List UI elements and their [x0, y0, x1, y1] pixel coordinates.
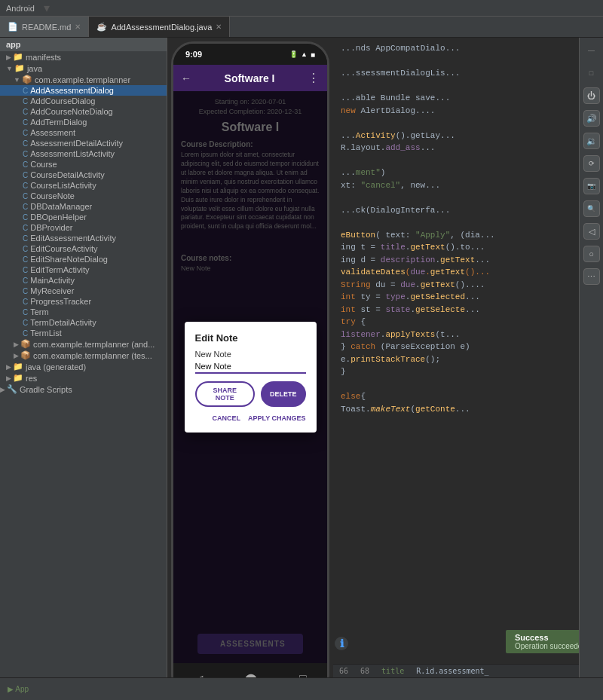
sidebar-label: DBDataManager [30, 202, 92, 211]
emulator-zoom-button[interactable]: 🔍 [583, 200, 600, 217]
sidebar-item-add-course-note[interactable]: C AddCourseNoteDialog [0, 106, 167, 117]
emulator-screenshot-button[interactable]: 📷 [583, 178, 600, 194]
sidebar-label: MyReceiver [30, 286, 74, 295]
line-68: 68 [360, 667, 369, 675]
sidebar-item-manifests-label: manifests [26, 53, 61, 62]
file-icon: C [23, 108, 28, 116]
tab-add-assessment-close[interactable]: ✕ [216, 23, 222, 31]
sidebar-item-add-term[interactable]: C AddTermDialog [0, 117, 167, 127]
sidebar-item-add-course[interactable]: C AddCourseDialog [0, 96, 167, 106]
emulator-home-button[interactable]: ○ [583, 246, 600, 262]
menu-icon[interactable]: ⋮ [308, 71, 320, 85]
file-icon: C [23, 329, 28, 338]
code-line: listener.applyTexts(t... [341, 329, 571, 341]
code-line [341, 378, 571, 391]
emulator-more-button[interactable]: ⋯ [583, 268, 600, 285]
sidebar-label: DBOpenHelper [30, 212, 87, 222]
tab-readme-close[interactable]: ✕ [75, 23, 81, 31]
sidebar-item-manifests[interactable]: ▶ 📁 manifests [0, 51, 167, 63]
sidebar-item-db-data[interactable]: C DBDataManager [0, 201, 167, 212]
code-line: xt: "cancel", new... [341, 179, 571, 192]
sidebar-item-main-activity[interactable]: C MainActivity [0, 275, 167, 286]
sidebar-item-term-detail[interactable]: C TermDetailActivity [0, 317, 167, 328]
dialog-overlay: Edit Note New Note SHARE NOTE DELETE CAN… [173, 91, 327, 663]
emulator-fullscreen-button[interactable]: □ [583, 65, 600, 81]
sidebar-item-package-test[interactable]: ▶ 📦 com.example.termplanner (tes... [0, 350, 167, 361]
file-icon: C [23, 298, 28, 306]
sidebar-label: EditCourseActivity [30, 244, 97, 253]
sidebar-label: MainActivity [30, 276, 75, 285]
back-nav-icon[interactable]: ◁ [194, 672, 203, 678]
code-line: else{ [341, 390, 571, 403]
sidebar-item-my-receiver[interactable]: C MyReceiver [0, 286, 167, 296]
back-icon[interactable]: ← [181, 72, 191, 84]
share-note-button[interactable]: SHARE NOTE [195, 381, 255, 407]
file-icon: C [23, 255, 28, 264]
code-line: ing t = title.getText().to... [341, 241, 571, 254]
sidebar-item-add-assessment-label: AddAssessmentDialog [30, 86, 114, 95]
sidebar-item-term[interactable]: C Term [0, 307, 167, 317]
sidebar-item-course-list[interactable]: C CourseListActivity [0, 180, 167, 191]
android-menu[interactable]: Android [6, 4, 35, 13]
cancel-button[interactable]: CANCEL [212, 414, 240, 422]
sidebar-item-term-list[interactable]: C TermList [0, 328, 167, 338]
sidebar-item-edit-assessment[interactable]: C EditAssessmentActivity [0, 233, 167, 243]
sidebar-label: TermList [30, 329, 62, 338]
sidebar-item-java-generated[interactable]: ▶ 📁 java (generated) [0, 361, 167, 372]
wifi-icon: ▲ [301, 50, 308, 58]
emulator-volume-down-button[interactable]: 🔉 [583, 133, 600, 149]
tab-readme-label: README.md [22, 23, 71, 32]
info-icon[interactable]: ℹ [335, 637, 348, 650]
sidebar-label: AssessmentListActivity [30, 149, 115, 158]
tab-readme[interactable]: 📄 README.md ✕ [0, 17, 89, 37]
sidebar-item-db-provider[interactable]: C DBProvider [0, 222, 167, 233]
sidebar-item-edit-share-note[interactable]: C EditShareNoteDialog [0, 254, 167, 264]
arrow-icon: ▼ [6, 65, 13, 72]
folder-icon: 📦 [20, 339, 31, 349]
emulator-volume-up-button[interactable]: 🔊 [583, 110, 600, 127]
gradle-icon: 🔧 [7, 384, 17, 394]
file-icon: C [23, 266, 28, 274]
apply-changes-button[interactable]: APPLY CHANGES [248, 414, 306, 422]
file-icon: C [23, 87, 28, 95]
sidebar-label: Gradle Scripts [20, 385, 72, 394]
sidebar-item-res[interactable]: ▶ 📁 res [0, 372, 167, 384]
sidebar-item-assessment-detail[interactable]: C AssessmentDetailActivity [0, 138, 167, 148]
home-nav-icon[interactable]: ⬤ [244, 672, 258, 678]
sidebar-item-course-note[interactable]: C CourseNote [0, 191, 167, 201]
sidebar-item-edit-term[interactable]: C EditTermActivity [0, 264, 167, 275]
folder-icon: 📁 [13, 373, 23, 383]
sidebar-item-assessment-list[interactable]: C AssessmentListActivity [0, 148, 167, 159]
sidebar-label: TermDetailActivity [30, 318, 96, 327]
sidebar-item-package[interactable]: ▼ 📦 com.example.termplanner [0, 74, 167, 85]
sidebar-item-add-assessment[interactable]: C AddAssessmentDialog [0, 85, 167, 96]
file-icon: C [23, 118, 28, 127]
note-input[interactable] [195, 360, 306, 374]
sidebar-item-assessment[interactable]: C Assessment [0, 127, 167, 138]
sidebar-item-edit-course[interactable]: C EditCourseActivity [0, 243, 167, 254]
sidebar-label: AddTermDialog [30, 118, 87, 127]
recent-nav-icon[interactable]: □ [299, 672, 307, 677]
sidebar-item-java[interactable]: ▼ 📁 java [0, 63, 167, 74]
tab-add-assessment[interactable]: ☕ AddAssessmentDialog.java ✕ [89, 17, 230, 37]
sidebar-label: AddCourseNoteDialog [30, 107, 112, 116]
sidebar-item-db-open[interactable]: C DBOpenHelper [0, 212, 167, 222]
readme-icon: 📄 [8, 22, 18, 32]
file-icon: C [23, 171, 28, 179]
code-line: ...able Bundle save... [341, 92, 571, 105]
emulator-back-button[interactable]: ◁ [583, 223, 600, 240]
sidebar-item-package-android[interactable]: ▶ 📦 com.example.termplanner (and... [0, 338, 167, 350]
sidebar-label: Assessment [30, 128, 75, 137]
sidebar-item-course[interactable]: C Course [0, 159, 167, 170]
delete-button[interactable]: DELETE [261, 381, 306, 407]
code-line: ...nds AppCompatDialo... [341, 42, 571, 55]
emulator-close-button[interactable]: — [583, 42, 600, 59]
arrow-icon: ▶ [6, 363, 11, 371]
code-line: ...ck(DialogInterfa... [341, 204, 571, 217]
sidebar-item-progress-tracker[interactable]: C ProgressTracker [0, 296, 167, 307]
sidebar-item-gradle[interactable]: ▶ 🔧 Gradle Scripts [0, 384, 167, 395]
sidebar-item-course-detail[interactable]: C CourseDetailActivity [0, 170, 167, 180]
emulator-rotate-button[interactable]: ⟳ [583, 155, 600, 172]
arrow-icon: ▶ [14, 352, 19, 359]
emulator-power-button[interactable]: ⏻ [583, 87, 600, 104]
